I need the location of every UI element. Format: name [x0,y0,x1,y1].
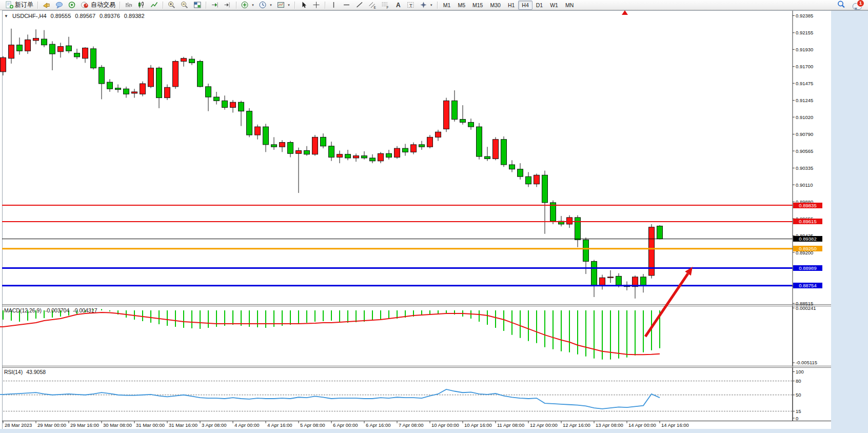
signal-radar-icon[interactable] [66,1,78,9]
timeframe-h4-button[interactable]: H4 [518,1,532,10]
equidistant-channel-button[interactable]: E [366,1,379,9]
ohlc-open: 0.89555 [51,13,71,19]
timeframe-w1-button[interactable]: W1 [546,1,562,10]
auto-trading-button[interactable]: 自动交易 [78,1,117,9]
toolbar-separator [236,2,236,9]
trendline-button[interactable] [353,1,366,9]
toolbar-separator [163,2,163,9]
autoscroll-glyph [210,1,219,9]
dropdown-arrow-icon[interactable]: ▼ [251,4,254,7]
macd-signal-value: -0.004317 [73,307,97,313]
cursor-button[interactable] [297,1,310,9]
candle-body [280,143,285,147]
message-icon[interactable] [53,1,66,9]
toolbar-separator [294,2,295,9]
clock-glyph [259,1,267,9]
chart-shift-button[interactable] [221,1,234,9]
auto-scroll-button[interactable] [208,1,221,9]
linechart-glyph [150,1,159,9]
candle-body [370,158,376,161]
candlestick-chart-button[interactable] [135,1,148,9]
candle-body [312,137,318,154]
candle-body [206,87,211,97]
candle-body [1,57,6,72]
candle-body [641,277,646,286]
red-triangle-marker[interactable] [622,10,628,15]
ohlc-low: 0.89376 [100,13,120,19]
candle-body [329,146,334,158]
trend-glyph [355,1,364,9]
horizontal-line-button[interactable] [340,1,353,9]
candle-body [148,68,154,87]
candle-body [534,175,540,184]
candle-body [107,82,113,89]
candle-body [304,150,310,154]
timeframe-mn-button[interactable]: MN [562,1,577,10]
indicators-button[interactable]: ▼ [239,1,257,9]
chat-button[interactable]: 1 [853,1,864,10]
candle-body [247,111,252,135]
horn-icon[interactable] [40,1,53,9]
candle-body [222,101,228,107]
indicator-glyph [241,1,249,9]
shapes-glyph [419,1,428,9]
zoom-out-button[interactable] [178,1,191,9]
chart-title: ▼ USDCHF-,H4 0.89555 0.89567 0.89376 0.8… [4,13,145,19]
zoom-in-button[interactable] [165,1,178,9]
candle-body [468,122,474,127]
docplus-glyph [5,1,13,9]
timeframe-m30-button[interactable]: M30 [486,1,504,10]
timeframe-d1-button[interactable]: D1 [532,1,546,10]
text-button[interactable]: A [391,1,404,9]
candle-body [362,156,367,158]
timeframe-m5-button[interactable]: M5 [454,1,469,10]
templates-button[interactable]: ▼ [274,1,292,9]
candle-body [501,140,507,165]
dropdown-arrow-icon[interactable]: ▼ [269,4,272,7]
candle-body [600,278,605,285]
crosshair-button[interactable] [310,1,323,9]
candle-body [271,145,277,147]
rsi-value: 43.9058 [26,369,46,375]
timeframe-h1-button[interactable]: H1 [504,1,518,10]
candle-body [165,87,170,97]
autotrade-glyph [81,1,89,9]
candle-body [83,48,88,58]
candle-body [608,277,614,278]
vline-glyph [329,1,338,9]
symbol-dropdown-icon[interactable]: ▼ [4,14,8,18]
svg-text:E: E [373,6,376,9]
time-axis[interactable] [2,421,831,429]
candle-body [66,46,72,51]
main-toolbar: 新订单自动交易▼▼▼EFAT▼M1M5M15M30H1H4D1W1MN1 [0,0,868,10]
line-chart-button[interactable] [148,1,161,9]
fibonacci-button[interactable]: F [379,1,391,9]
dropdown-arrow-icon[interactable]: ▼ [430,4,433,7]
svg-text:A: A [396,2,401,9]
candle-body [50,44,55,54]
search-button[interactable] [837,1,845,10]
candle-body [477,127,482,156]
candle-body [509,165,515,169]
timeframe-m1-button[interactable]: M1 [440,1,455,10]
tile-windows-button[interactable] [191,1,204,9]
candle-body [583,240,589,261]
new-order-button[interactable]: 新订单 [3,1,35,9]
text-label-button[interactable]: T [404,1,417,9]
candlestick-chart[interactable] [0,0,868,433]
candle-body [567,218,573,224]
candle-body [542,175,548,203]
vertical-line-button[interactable] [327,1,340,9]
candle-body [25,40,31,51]
candle-body [239,102,244,111]
timeframe-m15-button[interactable]: M15 [469,1,486,10]
periods-button[interactable]: ▼ [257,1,274,9]
candle-body [575,218,581,240]
arrows-shapes-button[interactable]: ▼ [417,1,435,9]
candle-body [230,102,236,107]
chat-glyph [55,1,64,9]
bar-chart-button[interactable] [122,1,135,9]
price-axis[interactable] [793,11,831,421]
dropdown-arrow-icon[interactable]: ▼ [287,4,290,7]
candle-body [173,62,179,87]
